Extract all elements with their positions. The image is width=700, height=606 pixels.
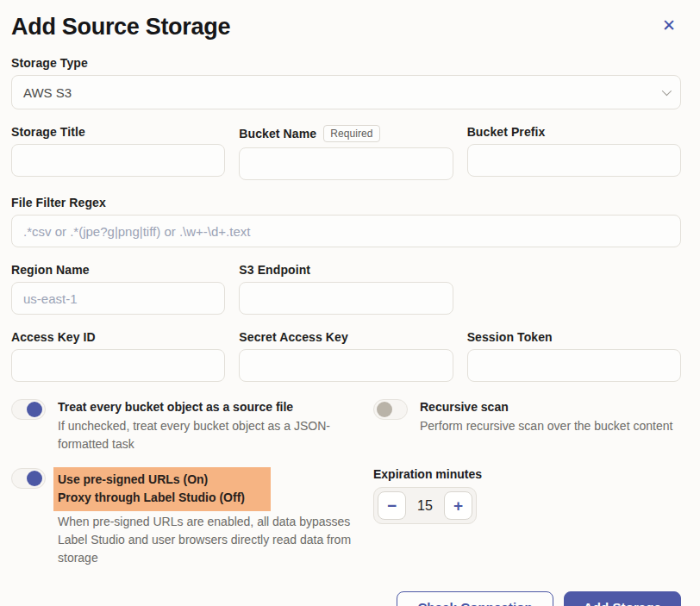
session-token-group: Session Token <box>467 330 681 382</box>
required-badge: Required <box>323 125 380 142</box>
file-filter-group: File Filter Regex <box>11 196 681 247</box>
presigned-toggle-item: Use pre-signed URLs (On) Proxy through L… <box>11 467 356 567</box>
bucket-prefix-input[interactable] <box>467 144 681 177</box>
bucket-row: Storage Title Bucket Name Required Bucke… <box>11 125 681 180</box>
dialog-footer: Check Connection Add Storage <box>11 591 681 606</box>
session-token-label: Session Token <box>467 330 681 344</box>
storage-type-value: AWS S3 <box>23 85 72 100</box>
bucket-prefix-label: Bucket Prefix <box>467 125 681 139</box>
s3-endpoint-input[interactable] <box>239 282 453 315</box>
presigned-label-line2: Proxy through Label Studio (Off) <box>58 489 245 506</box>
s3-endpoint-group: S3 Endpoint <box>239 263 453 315</box>
secret-access-key-input[interactable] <box>239 349 453 382</box>
bucket-prefix-group: Bucket Prefix <box>467 125 681 180</box>
increment-button[interactable]: + <box>444 491 472 520</box>
access-key-id-input[interactable] <box>11 349 225 382</box>
page-title: Add Source Storage <box>11 14 230 41</box>
region-name-group: Region Name <box>11 263 225 315</box>
bucket-name-label: Bucket Name <box>239 127 316 141</box>
source-file-toggle-item: Treat every bucket object as a source fi… <box>11 398 356 453</box>
check-connection-button[interactable]: Check Connection <box>397 591 553 606</box>
region-row: Region Name S3 Endpoint <box>11 263 681 315</box>
presigned-urls-toggle[interactable] <box>11 468 46 489</box>
toggle-knob <box>27 471 42 486</box>
toggle-knob <box>377 402 392 417</box>
presigned-toggle-description: When pre-signed URLs are enabled, all da… <box>58 513 355 567</box>
recursive-scan-toggle-description: Perform recursive scan over the bucket c… <box>420 417 672 435</box>
expiration-minutes-label: Expiration minutes <box>373 467 681 481</box>
credentials-row: Access Key ID Secret Access Key Session … <box>11 330 681 382</box>
access-key-id-label: Access Key ID <box>11 330 225 344</box>
expiration-minutes-stepper: − 15 + <box>373 487 477 524</box>
options-section: Treat every bucket object as a source fi… <box>11 398 681 567</box>
expiration-group: Expiration minutes − 15 + <box>373 467 681 567</box>
secret-access-key-group: Secret Access Key <box>239 330 453 382</box>
source-file-toggle-description: If unchecked, treat every bucket object … <box>58 417 355 453</box>
chevron-down-icon <box>662 86 672 96</box>
presigned-label-line1: Use pre-signed URLs (On) <box>58 471 245 488</box>
recursive-scan-toggle-item: Recursive scan Perform recursive scan ov… <box>373 398 681 453</box>
region-name-input[interactable] <box>11 282 225 315</box>
s3-endpoint-label: S3 Endpoint <box>239 263 453 277</box>
bucket-name-group: Bucket Name Required <box>239 125 453 180</box>
file-filter-regex-label: File Filter Regex <box>11 196 681 209</box>
close-icon[interactable]: ✕ <box>657 14 681 37</box>
file-filter-regex-input[interactable] <box>11 215 681 247</box>
expiration-minutes-value: 15 <box>406 498 444 514</box>
storage-type-select[interactable]: AWS S3 <box>11 75 681 109</box>
recursive-scan-toggle[interactable] <box>373 399 408 420</box>
storage-type-label: Storage Type <box>11 56 681 70</box>
access-key-id-group: Access Key ID <box>11 330 225 382</box>
presigned-highlighted-label: Use pre-signed URLs (On) Proxy through L… <box>53 467 271 511</box>
bucket-name-input[interactable] <box>239 147 453 180</box>
decrement-button[interactable]: − <box>378 491 406 520</box>
toggle-knob <box>27 402 42 417</box>
storage-title-input[interactable] <box>11 144 225 177</box>
session-token-input[interactable] <box>467 349 681 382</box>
storage-title-group: Storage Title <box>11 125 225 180</box>
storage-type-group: Storage Type AWS S3 <box>11 56 681 109</box>
storage-title-label: Storage Title <box>11 125 225 139</box>
source-file-toggle-label: Treat every bucket object as a source fi… <box>58 398 355 415</box>
add-storage-button[interactable]: Add Storage <box>564 591 681 606</box>
region-name-label: Region Name <box>11 263 225 277</box>
dialog-header: Add Source Storage ✕ <box>11 14 681 41</box>
secret-access-key-label: Secret Access Key <box>239 330 453 344</box>
recursive-scan-toggle-label: Recursive scan <box>420 398 672 415</box>
source-file-toggle[interactable] <box>11 399 46 420</box>
add-source-storage-dialog: Add Source Storage ✕ Storage Type AWS S3… <box>0 0 700 606</box>
